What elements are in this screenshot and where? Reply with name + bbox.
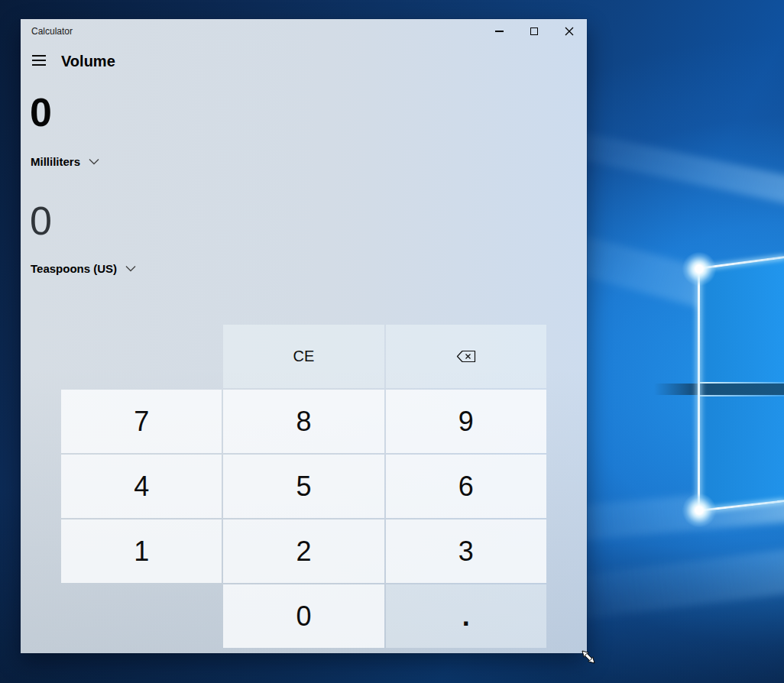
windows-logo-edge: [698, 268, 700, 512]
resize-cursor-icon: [580, 649, 597, 665]
key-0[interactable]: 0: [223, 584, 384, 648]
keypad: CE 7 8 9 4 5 6 1 2 3 0 .: [61, 325, 546, 648]
window-title: Calculator: [31, 19, 73, 44]
maximize-button[interactable]: [517, 19, 552, 44]
windows-logo-divider: [654, 384, 784, 395]
chevron-down-icon: [89, 158, 99, 165]
key-8[interactable]: 8: [223, 390, 384, 453]
backspace-icon: [456, 350, 476, 363]
key-2[interactable]: 2: [223, 520, 384, 583]
from-unit-selector[interactable]: Milliliters: [31, 151, 99, 171]
key-clear-entry[interactable]: CE: [223, 325, 384, 388]
chevron-down-icon: [125, 265, 136, 272]
key-6[interactable]: 6: [386, 455, 546, 518]
close-button[interactable]: [552, 19, 587, 44]
key-4[interactable]: 4: [61, 455, 222, 518]
calculator-window: Calculator Volume 0 Milliliters 0 Teaspo…: [21, 19, 587, 653]
key-1[interactable]: 1: [61, 520, 222, 583]
windows-logo-glow: [682, 252, 716, 286]
windows-logo-glow: [682, 494, 716, 527]
page-title: Volume: [61, 53, 115, 70]
key-backspace[interactable]: [386, 325, 546, 388]
key-5[interactable]: 5: [223, 455, 384, 518]
windows-logo-edge: [699, 395, 784, 397]
to-unit-label: Teaspoons (US): [31, 262, 117, 275]
minimize-icon: [495, 31, 504, 32]
to-value-display[interactable]: 0: [30, 201, 52, 241]
key-9[interactable]: 9: [386, 390, 546, 453]
windows-logo-edge: [699, 382, 784, 384]
hamburger-icon: [32, 55, 46, 66]
key-decimal[interactable]: .: [386, 584, 546, 648]
keypad-empty-cell: [61, 325, 222, 388]
maximize-icon: [530, 28, 538, 35]
caption-buttons: [481, 19, 587, 44]
close-icon: [565, 27, 574, 36]
to-unit-selector[interactable]: Teaspoons (US): [31, 258, 136, 278]
titlebar[interactable]: Calculator: [21, 19, 587, 44]
key-7[interactable]: 7: [61, 390, 222, 453]
from-unit-label: Milliliters: [31, 155, 80, 168]
hamburger-menu-button[interactable]: [25, 50, 53, 71]
from-value-display[interactable]: 0: [30, 92, 52, 132]
keypad-empty-cell: [61, 584, 222, 648]
key-3[interactable]: 3: [386, 520, 546, 583]
minimize-button[interactable]: [481, 19, 517, 44]
